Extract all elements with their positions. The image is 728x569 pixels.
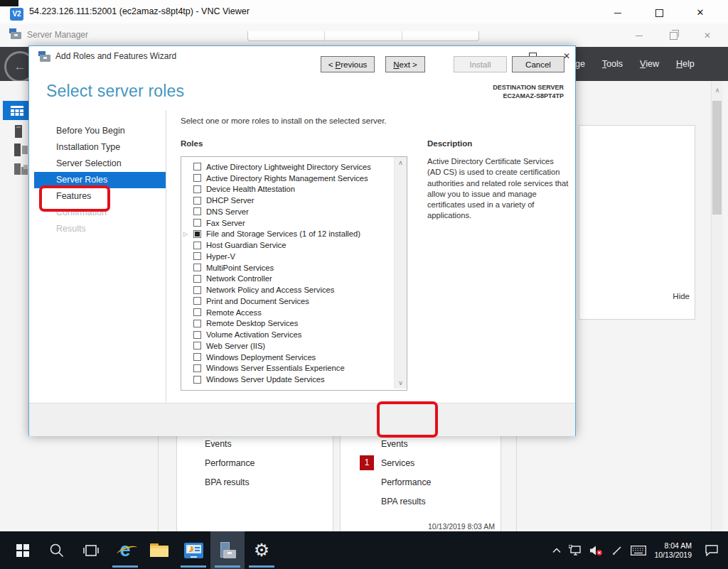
role-row[interactable]: Network Policy and Access Services bbox=[181, 284, 393, 296]
touch-keyboard-icon[interactable] bbox=[631, 546, 646, 556]
role-checkbox[interactable] bbox=[193, 163, 201, 170]
role-checkbox[interactable] bbox=[193, 219, 201, 227]
tile-link-events[interactable]: Events bbox=[341, 435, 500, 454]
role-row[interactable]: ▷File and Storage Services (1 of 12 inst… bbox=[181, 229, 393, 240]
role-row[interactable]: Network Controller bbox=[181, 273, 393, 285]
tile-link-performance[interactable]: Performance bbox=[177, 454, 333, 473]
role-row[interactable]: Windows Deployment Services bbox=[181, 352, 393, 363]
server-manager-taskbar-button[interactable] bbox=[210, 531, 245, 569]
role-checkbox[interactable] bbox=[193, 364, 201, 372]
nav-item-server-roles[interactable]: Server Roles bbox=[34, 172, 166, 188]
role-checkbox[interactable] bbox=[193, 342, 201, 349]
role-row[interactable]: Web Server (IIS) bbox=[181, 340, 393, 352]
scroll-down-icon[interactable]: ∨ bbox=[395, 379, 407, 386]
menu-item-tools[interactable]: Tools bbox=[602, 59, 623, 69]
sidebar-item-file-storage-services[interactable] bbox=[14, 163, 28, 176]
clock[interactable]: 8:04 AM 10/13/2019 bbox=[654, 541, 692, 560]
role-row[interactable]: Windows Server Update Services bbox=[181, 374, 393, 385]
role-row[interactable]: Fax Server bbox=[181, 217, 393, 229]
role-checkbox[interactable] bbox=[193, 286, 201, 294]
role-checkbox[interactable] bbox=[193, 308, 201, 316]
role-row[interactable]: Active Directory Lightweight Directory S… bbox=[181, 161, 393, 173]
settings-button[interactable]: ⚙ bbox=[245, 531, 279, 569]
nav-item-server-selection[interactable]: Server Selection bbox=[34, 156, 166, 172]
role-row[interactable]: MultiPoint Services bbox=[181, 262, 393, 273]
vnc-collapsed-toolbar[interactable] bbox=[247, 31, 479, 41]
roles-scrollbar[interactable]: ∧ ∨ bbox=[394, 157, 407, 389]
server-manager-minimize-button[interactable] bbox=[628, 28, 650, 43]
monitor-app-button[interactable] bbox=[176, 531, 210, 569]
role-checkbox[interactable] bbox=[193, 297, 201, 305]
tile-link-bpa-results[interactable]: BPA results bbox=[341, 492, 500, 511]
tray-chevron-up-icon[interactable] bbox=[552, 548, 561, 553]
tile-link-events[interactable]: Events bbox=[177, 435, 333, 454]
role-checkbox[interactable] bbox=[193, 197, 201, 205]
role-row[interactable]: Hyper-V bbox=[181, 251, 393, 262]
windows-ink-pen-icon[interactable] bbox=[611, 545, 623, 556]
roles-list: Active Directory Lightweight Directory S… bbox=[181, 157, 393, 385]
expand-arrow-icon[interactable]: ▷ bbox=[181, 231, 193, 237]
role-row[interactable]: Remote Access bbox=[181, 307, 393, 318]
start-button[interactable] bbox=[6, 531, 40, 569]
hide-link[interactable]: Hide bbox=[673, 292, 690, 300]
vnc-maximize-button[interactable] bbox=[647, 5, 671, 21]
server-manager-scrollbar[interactable]: ∧ bbox=[711, 81, 723, 531]
nav-item-features[interactable]: Features bbox=[34, 188, 166, 205]
role-checkbox[interactable] bbox=[193, 242, 201, 249]
role-checkbox[interactable] bbox=[193, 264, 201, 271]
server-manager-close-button[interactable]: ✕ bbox=[697, 28, 718, 43]
role-row[interactable]: Volume Activation Services bbox=[181, 329, 393, 340]
menu-item-view[interactable]: View bbox=[640, 59, 659, 69]
server-manager-icon bbox=[9, 28, 21, 39]
task-view-button[interactable] bbox=[74, 531, 108, 569]
file-explorer-button[interactable] bbox=[142, 531, 176, 569]
wizard-icon bbox=[38, 51, 50, 62]
vnc-minimize-button[interactable] bbox=[606, 5, 630, 21]
menu-item-help[interactable]: Help bbox=[676, 59, 695, 69]
role-row[interactable]: Print and Document Services bbox=[181, 296, 393, 307]
network-icon[interactable] bbox=[569, 545, 582, 556]
role-checkbox[interactable] bbox=[193, 275, 201, 283]
server-manager-restore-button[interactable] bbox=[663, 28, 684, 43]
search-button[interactable] bbox=[40, 531, 74, 569]
vnc-titlebar: V2 54.223.126.111:52001 (ec2amaz-s8pt4tp… bbox=[0, 0, 728, 24]
sidebar-item-dashboard[interactable] bbox=[3, 101, 31, 120]
role-row[interactable]: DHCP Server bbox=[181, 195, 393, 206]
sidebar-item-local-server[interactable] bbox=[14, 125, 28, 138]
sidebar-item-all-servers[interactable] bbox=[14, 143, 28, 156]
next-button[interactable]: Next > bbox=[385, 56, 425, 72]
vnc-close-button[interactable]: ✕ bbox=[688, 5, 712, 21]
role-checkbox[interactable] bbox=[193, 376, 201, 384]
nav-item-before-you-begin[interactable]: Before You Begin bbox=[34, 123, 166, 139]
role-checkbox-partial[interactable] bbox=[193, 230, 201, 238]
role-row[interactable]: Host Guardian Service bbox=[181, 239, 393, 251]
search-icon bbox=[49, 543, 65, 558]
volume-muted-icon[interactable] bbox=[589, 545, 604, 556]
role-checkbox[interactable] bbox=[193, 207, 201, 215]
servers-icon bbox=[14, 143, 28, 156]
tile-link-performance[interactable]: Performance bbox=[341, 473, 500, 492]
role-row[interactable]: Device Health Attestation bbox=[181, 184, 393, 195]
internet-explorer-button[interactable]: e bbox=[108, 531, 142, 569]
cancel-button[interactable]: Cancel bbox=[512, 56, 564, 72]
nav-item-installation-type[interactable]: Installation Type bbox=[34, 139, 166, 156]
role-checkbox[interactable] bbox=[193, 252, 201, 260]
previous-button[interactable]: < Previous bbox=[321, 56, 375, 72]
vnc-viewer-window: V2 54.223.126.111:52001 (ec2amaz-s8pt4tp… bbox=[0, 0, 728, 569]
role-row[interactable]: Active Directory Rights Management Servi… bbox=[181, 173, 393, 184]
role-checkbox[interactable] bbox=[193, 174, 201, 182]
role-checkbox[interactable] bbox=[193, 331, 201, 339]
role-checkbox[interactable] bbox=[193, 320, 201, 327]
role-row[interactable]: DNS Server bbox=[181, 206, 393, 217]
role-row[interactable]: Windows Server Essentials Experience bbox=[181, 363, 393, 374]
role-row[interactable]: Remote Desktop Services bbox=[181, 318, 393, 330]
tile-link-bpa-results[interactable]: BPA results bbox=[177, 473, 333, 492]
scrollbar-thumb[interactable] bbox=[712, 101, 722, 215]
action-center-icon[interactable] bbox=[705, 545, 718, 556]
scroll-up-icon[interactable]: ∧ bbox=[395, 159, 407, 166]
background-window-edge bbox=[0, 0, 18, 6]
scroll-up-icon[interactable]: ∧ bbox=[712, 87, 723, 94]
role-checkbox[interactable] bbox=[193, 353, 201, 361]
role-checkbox[interactable] bbox=[193, 185, 201, 193]
add-roles-features-wizard: Add Roles and Features Wizard ✕ Select s… bbox=[28, 45, 576, 436]
